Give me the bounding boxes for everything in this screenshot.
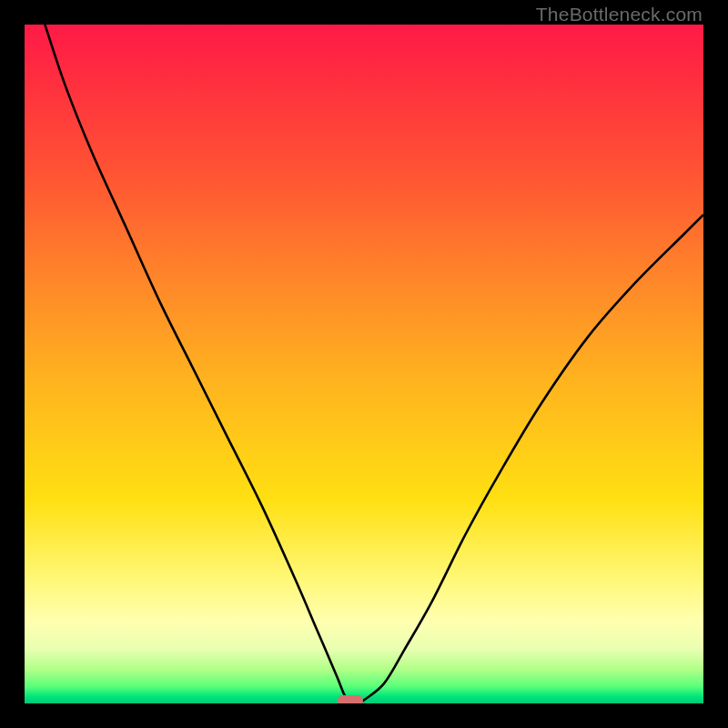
watermark-text: TheBottleneck.com [536,4,703,25]
optimum-marker [338,695,363,703]
bottleneck-curve [45,25,703,703]
curve-layer [25,25,703,703]
plot-area [25,25,703,703]
chart-frame: TheBottleneck.com [0,0,728,728]
